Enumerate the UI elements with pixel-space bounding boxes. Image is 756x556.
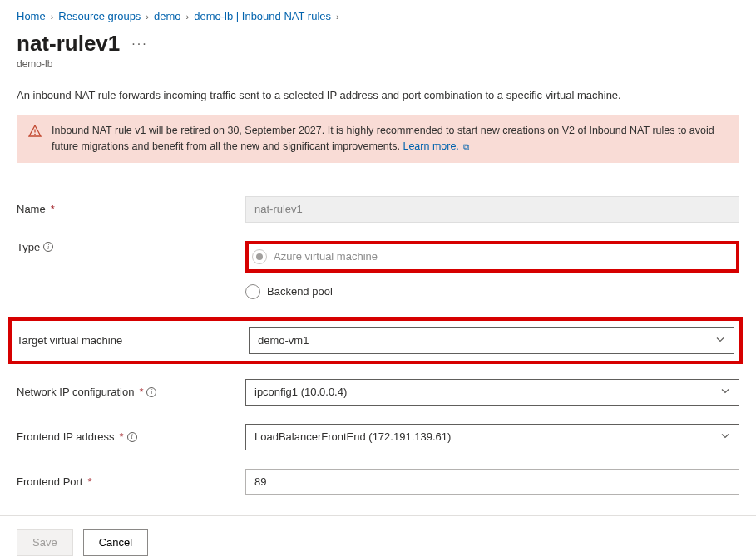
page-subtitle: demo-lb: [17, 58, 739, 70]
name-input: [245, 196, 739, 223]
frontend-ip-label: Frontend IP address: [17, 431, 115, 443]
ipconfig-value: ipconfig1 (10.0.0.4): [254, 386, 347, 398]
chevron-right-icon: ›: [146, 12, 149, 22]
save-button: Save: [17, 529, 73, 556]
ipconfig-select[interactable]: ipconfig1 (10.0.0.4): [245, 379, 739, 406]
radio-icon: [245, 284, 260, 299]
cancel-button[interactable]: Cancel: [83, 529, 148, 556]
footer-actions: Save Cancel: [0, 515, 756, 556]
target-vm-value: demo-vm1: [258, 334, 309, 347]
info-icon[interactable]: i: [146, 387, 156, 397]
breadcrumb-resource-groups[interactable]: Resource groups: [58, 10, 141, 22]
page-title: nat-rulev1: [17, 31, 120, 57]
banner-text: Inbound NAT rule v1 will be retired on 3…: [52, 125, 714, 152]
breadcrumb-lb-nat-rules[interactable]: demo-lb | Inbound NAT rules: [194, 10, 331, 22]
info-icon[interactable]: i: [127, 432, 137, 442]
more-menu-icon[interactable]: ···: [131, 37, 147, 52]
radio-icon: [252, 249, 267, 264]
breadcrumb-demo[interactable]: demo: [154, 10, 181, 22]
nat-rule-form: Name* Type i Azure virtual machine: [17, 196, 739, 495]
chevron-down-icon: [720, 431, 730, 443]
breadcrumb-home[interactable]: Home: [17, 10, 46, 22]
ipconfig-label: Network IP configuration: [17, 386, 134, 398]
required-indicator: *: [88, 475, 92, 488]
frontend-port-input[interactable]: [245, 469, 739, 495]
required-indicator: *: [51, 203, 55, 215]
type-radio-azure-vm-label: Azure virtual machine: [274, 250, 378, 263]
chevron-right-icon: ›: [186, 12, 190, 22]
chevron-down-icon: [715, 334, 725, 347]
page-description: An inbound NAT rule forwards incoming tr…: [17, 88, 739, 103]
type-radio-backend-pool-label: Backend pool: [267, 285, 333, 298]
name-label: Name: [17, 203, 46, 215]
chevron-right-icon: ›: [336, 12, 339, 22]
type-radio-azure-vm: Azure virtual machine: [252, 249, 378, 264]
warning-icon: [28, 125, 42, 155]
banner-learn-more-link[interactable]: Learn more. ⧉: [403, 140, 469, 152]
svg-point-1: [34, 134, 36, 135]
frontend-ip-value: LoadBalancerFrontEnd (172.191.139.61): [254, 431, 451, 443]
type-radio-backend-pool[interactable]: Backend pool: [245, 284, 739, 299]
chevron-right-icon: ›: [51, 12, 54, 22]
frontend-port-label: Frontend Port: [17, 475, 83, 488]
frontend-ip-select[interactable]: LoadBalancerFrontEnd (172.191.139.61): [245, 424, 739, 450]
info-icon[interactable]: i: [43, 242, 53, 252]
target-vm-select[interactable]: demo-vm1: [249, 327, 734, 354]
required-indicator: *: [139, 386, 143, 398]
target-vm-label: Target virtual machine: [17, 334, 122, 347]
chevron-down-icon: [720, 386, 730, 398]
breadcrumb: Home › Resource groups › demo › demo-lb …: [17, 7, 739, 31]
external-link-icon: ⧉: [463, 142, 469, 151]
type-label: Type: [17, 241, 40, 253]
retirement-warning-banner: Inbound NAT rule v1 will be retired on 3…: [17, 115, 739, 163]
required-indicator: *: [120, 431, 124, 443]
